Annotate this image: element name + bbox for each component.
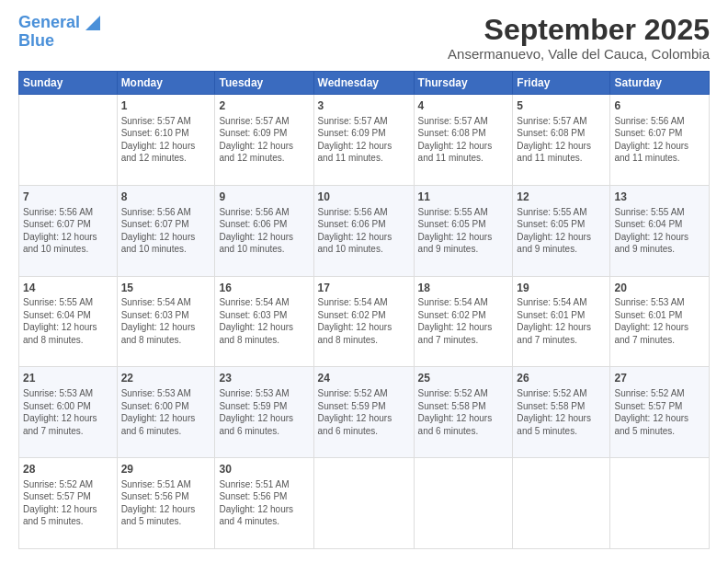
cell-daylight-info: Sunrise: 5:57 AMSunset: 6:08 PMDaylight:… <box>517 115 606 165</box>
cell-daylight-info: Sunrise: 5:56 AMSunset: 6:07 PMDaylight:… <box>614 115 705 165</box>
calendar-cell <box>414 458 513 549</box>
calendar-cell: 19Sunrise: 5:54 AMSunset: 6:01 PMDayligh… <box>513 276 610 367</box>
calendar-cell <box>610 458 710 549</box>
cell-daylight-info: Sunrise: 5:56 AMSunset: 6:07 PMDaylight:… <box>23 206 113 256</box>
day-number: 8 <box>121 190 211 205</box>
calendar-cell: 2Sunrise: 5:57 AMSunset: 6:09 PMDaylight… <box>215 95 313 186</box>
calendar-cell: 24Sunrise: 5:52 AMSunset: 5:59 PMDayligh… <box>313 367 414 458</box>
day-number: 18 <box>418 281 509 296</box>
cell-daylight-info: Sunrise: 5:54 AMSunset: 6:03 PMDaylight:… <box>121 296 211 346</box>
calendar-cell: 11Sunrise: 5:55 AMSunset: 6:05 PMDayligh… <box>414 185 513 276</box>
calendar-cell: 5Sunrise: 5:57 AMSunset: 6:08 PMDaylight… <box>513 95 610 186</box>
calendar-cell: 3Sunrise: 5:57 AMSunset: 6:09 PMDaylight… <box>313 95 414 186</box>
day-number: 21 <box>23 371 113 386</box>
day-number: 22 <box>121 371 211 386</box>
cell-daylight-info: Sunrise: 5:52 AMSunset: 5:59 PMDaylight:… <box>318 387 410 437</box>
weekday-header-tuesday: Tuesday <box>215 72 313 95</box>
day-number: 26 <box>517 371 606 386</box>
weekday-header-sunday: Sunday <box>19 72 118 95</box>
weekday-header-wednesday: Wednesday <box>313 72 414 95</box>
calendar-cell: 23Sunrise: 5:53 AMSunset: 5:59 PMDayligh… <box>215 367 313 458</box>
day-number: 28 <box>23 462 113 477</box>
cell-daylight-info: Sunrise: 5:56 AMSunset: 6:07 PMDaylight:… <box>121 206 211 256</box>
calendar-cell: 14Sunrise: 5:55 AMSunset: 6:04 PMDayligh… <box>19 276 118 367</box>
calendar-cell: 30Sunrise: 5:51 AMSunset: 5:56 PMDayligh… <box>215 458 313 549</box>
calendar-body: 1Sunrise: 5:57 AMSunset: 6:10 PMDaylight… <box>19 95 710 549</box>
day-number: 30 <box>219 462 309 477</box>
calendar-cell: 7Sunrise: 5:56 AMSunset: 6:07 PMDaylight… <box>19 185 118 276</box>
cell-daylight-info: Sunrise: 5:54 AMSunset: 6:03 PMDaylight:… <box>219 296 309 346</box>
calendar-cell <box>19 95 118 186</box>
day-number: 13 <box>614 190 705 205</box>
weekday-header-row: SundayMondayTuesdayWednesdayThursdayFrid… <box>19 72 710 95</box>
calendar-cell: 26Sunrise: 5:52 AMSunset: 5:58 PMDayligh… <box>513 367 610 458</box>
weekday-header-saturday: Saturday <box>610 72 710 95</box>
cell-daylight-info: Sunrise: 5:54 AMSunset: 6:01 PMDaylight:… <box>517 296 606 346</box>
cell-daylight-info: Sunrise: 5:52 AMSunset: 5:58 PMDaylight:… <box>517 387 606 437</box>
title-block: September 2025 Ansermanuevo, Valle del C… <box>448 14 710 62</box>
cell-daylight-info: Sunrise: 5:52 AMSunset: 5:58 PMDaylight:… <box>418 387 509 437</box>
day-number: 15 <box>121 281 211 296</box>
calendar-cell <box>513 458 610 549</box>
calendar-cell: 10Sunrise: 5:56 AMSunset: 6:06 PMDayligh… <box>313 185 414 276</box>
day-number: 19 <box>517 281 606 296</box>
cell-daylight-info: Sunrise: 5:57 AMSunset: 6:10 PMDaylight:… <box>121 115 211 165</box>
calendar-cell: 28Sunrise: 5:52 AMSunset: 5:57 PMDayligh… <box>19 458 118 549</box>
day-number: 5 <box>517 98 606 114</box>
weekday-header-friday: Friday <box>513 72 610 95</box>
day-number: 7 <box>23 190 113 205</box>
calendar-cell <box>313 458 414 549</box>
day-number: 10 <box>318 190 410 205</box>
cell-daylight-info: Sunrise: 5:51 AMSunset: 5:56 PMDaylight:… <box>121 478 211 528</box>
cell-daylight-info: Sunrise: 5:57 AMSunset: 6:09 PMDaylight:… <box>318 115 410 165</box>
logo: GeneralBlue <box>18 14 100 51</box>
calendar-week-row: 28Sunrise: 5:52 AMSunset: 5:57 PMDayligh… <box>19 458 710 549</box>
svg-marker-0 <box>85 16 100 30</box>
cell-daylight-info: Sunrise: 5:52 AMSunset: 5:57 PMDaylight:… <box>23 478 113 528</box>
day-number: 4 <box>418 98 509 114</box>
location-subtitle: Ansermanuevo, Valle del Cauca, Colombia <box>448 46 710 62</box>
calendar-cell: 15Sunrise: 5:54 AMSunset: 6:03 PMDayligh… <box>117 276 215 367</box>
cell-daylight-info: Sunrise: 5:51 AMSunset: 5:56 PMDaylight:… <box>219 478 309 528</box>
cell-daylight-info: Sunrise: 5:53 AMSunset: 6:00 PMDaylight:… <box>23 387 113 437</box>
day-number: 23 <box>219 371 309 386</box>
header: GeneralBlue September 2025 Ansermanuevo,… <box>18 14 710 62</box>
cell-daylight-info: Sunrise: 5:54 AMSunset: 6:02 PMDaylight:… <box>418 296 509 346</box>
day-number: 11 <box>418 190 509 205</box>
cell-daylight-info: Sunrise: 5:57 AMSunset: 6:08 PMDaylight:… <box>418 115 509 165</box>
calendar-week-row: 14Sunrise: 5:55 AMSunset: 6:04 PMDayligh… <box>19 276 710 367</box>
cell-daylight-info: Sunrise: 5:54 AMSunset: 6:02 PMDaylight:… <box>318 296 410 346</box>
cell-daylight-info: Sunrise: 5:55 AMSunset: 6:04 PMDaylight:… <box>23 296 113 346</box>
day-number: 17 <box>318 281 410 296</box>
calendar-cell: 17Sunrise: 5:54 AMSunset: 6:02 PMDayligh… <box>313 276 414 367</box>
calendar-cell: 18Sunrise: 5:54 AMSunset: 6:02 PMDayligh… <box>414 276 513 367</box>
calendar-cell: 27Sunrise: 5:52 AMSunset: 5:57 PMDayligh… <box>610 367 710 458</box>
logo-text: GeneralBlue <box>18 14 80 51</box>
calendar-cell: 13Sunrise: 5:55 AMSunset: 6:04 PMDayligh… <box>610 185 710 276</box>
calendar-cell: 25Sunrise: 5:52 AMSunset: 5:58 PMDayligh… <box>414 367 513 458</box>
day-number: 2 <box>219 98 309 114</box>
cell-daylight-info: Sunrise: 5:53 AMSunset: 6:00 PMDaylight:… <box>121 387 211 437</box>
calendar-cell: 21Sunrise: 5:53 AMSunset: 6:00 PMDayligh… <box>19 367 118 458</box>
day-number: 12 <box>517 190 606 205</box>
page: GeneralBlue September 2025 Ansermanuevo,… <box>0 0 728 563</box>
weekday-header-thursday: Thursday <box>414 72 513 95</box>
weekday-header-monday: Monday <box>117 72 215 95</box>
calendar-cell: 20Sunrise: 5:53 AMSunset: 6:01 PMDayligh… <box>610 276 710 367</box>
month-year-title: September 2025 <box>448 14 710 46</box>
day-number: 25 <box>418 371 509 386</box>
cell-daylight-info: Sunrise: 5:53 AMSunset: 5:59 PMDaylight:… <box>219 387 309 437</box>
day-number: 3 <box>318 98 410 114</box>
cell-daylight-info: Sunrise: 5:55 AMSunset: 6:05 PMDaylight:… <box>517 206 606 256</box>
calendar-cell: 9Sunrise: 5:56 AMSunset: 6:06 PMDaylight… <box>215 185 313 276</box>
calendar-week-row: 21Sunrise: 5:53 AMSunset: 6:00 PMDayligh… <box>19 367 710 458</box>
cell-daylight-info: Sunrise: 5:56 AMSunset: 6:06 PMDaylight:… <box>219 206 309 256</box>
cell-daylight-info: Sunrise: 5:52 AMSunset: 5:57 PMDaylight:… <box>614 387 705 437</box>
calendar-week-row: 7Sunrise: 5:56 AMSunset: 6:07 PMDaylight… <box>19 185 710 276</box>
day-number: 29 <box>121 462 211 477</box>
cell-daylight-info: Sunrise: 5:57 AMSunset: 6:09 PMDaylight:… <box>219 115 309 165</box>
calendar-cell: 1Sunrise: 5:57 AMSunset: 6:10 PMDaylight… <box>117 95 215 186</box>
cell-daylight-info: Sunrise: 5:55 AMSunset: 6:04 PMDaylight:… <box>614 206 705 256</box>
calendar-cell: 22Sunrise: 5:53 AMSunset: 6:00 PMDayligh… <box>117 367 215 458</box>
day-number: 24 <box>318 371 410 386</box>
